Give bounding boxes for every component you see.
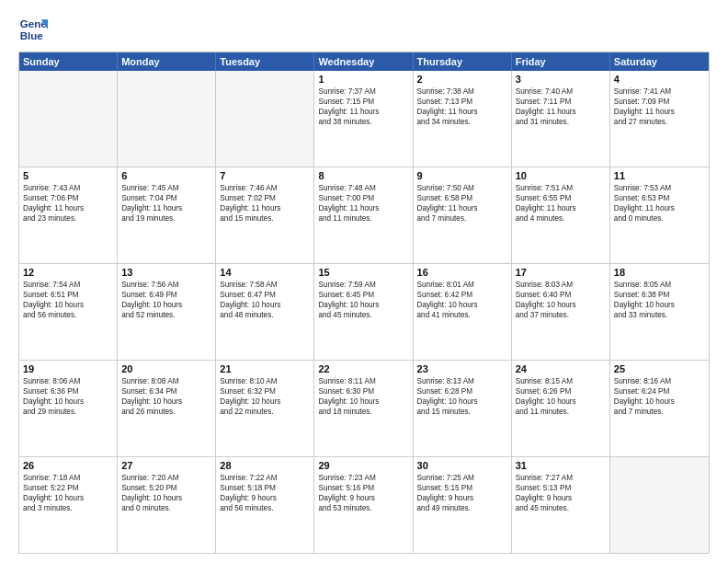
- calendar-row-5: 26Sunrise: 7:18 AMSunset: 5:22 PMDayligh…: [19, 456, 709, 553]
- day-number: 31: [516, 460, 606, 471]
- empty-cell: [216, 71, 314, 167]
- day-number: 17: [516, 267, 606, 278]
- day-info: Sunrise: 8:15 AMSunset: 6:26 PMDaylight:…: [516, 376, 606, 417]
- day-info: Sunrise: 7:50 AMSunset: 6:58 PMDaylight:…: [417, 183, 507, 224]
- day-number: 11: [614, 170, 705, 181]
- day-cell-18: 18Sunrise: 8:05 AMSunset: 6:38 PMDayligh…: [610, 264, 709, 360]
- day-cell-16: 16Sunrise: 8:01 AMSunset: 6:42 PMDayligh…: [414, 264, 512, 360]
- day-cell-10: 10Sunrise: 7:51 AMSunset: 6:55 PMDayligh…: [512, 167, 610, 263]
- calendar-row-1: 1Sunrise: 7:37 AMSunset: 7:15 PMDaylight…: [19, 71, 709, 167]
- day-number: 18: [614, 267, 705, 278]
- day-number: 14: [220, 267, 310, 278]
- logo-icon: General Blue: [18, 15, 48, 44]
- day-number: 6: [121, 170, 211, 181]
- day-cell-23: 23Sunrise: 8:13 AMSunset: 6:28 PMDayligh…: [414, 361, 512, 456]
- empty-cell: [118, 71, 216, 167]
- day-cell-5: 5Sunrise: 7:43 AMSunset: 7:06 PMDaylight…: [19, 167, 118, 263]
- day-number: 8: [318, 170, 408, 181]
- calendar-header: SundayMondayTuesdayWednesdayThursdayFrid…: [19, 52, 709, 71]
- day-info: Sunrise: 7:53 AMSunset: 6:53 PMDaylight:…: [614, 183, 705, 224]
- day-info: Sunrise: 8:01 AMSunset: 6:42 PMDaylight:…: [417, 280, 507, 320]
- logo: General Blue: [18, 15, 48, 44]
- day-info: Sunrise: 7:23 AMSunset: 5:16 PMDaylight:…: [318, 473, 408, 513]
- day-number: 16: [417, 267, 507, 278]
- day-info: Sunrise: 7:38 AMSunset: 7:13 PMDaylight:…: [417, 86, 507, 127]
- day-cell-17: 17Sunrise: 8:03 AMSunset: 6:40 PMDayligh…: [512, 264, 610, 360]
- day-info: Sunrise: 7:43 AMSunset: 7:06 PMDaylight:…: [23, 183, 113, 224]
- day-number: 4: [614, 74, 705, 85]
- calendar-row-3: 12Sunrise: 7:54 AMSunset: 6:51 PMDayligh…: [19, 263, 709, 360]
- day-cell-24: 24Sunrise: 8:15 AMSunset: 6:26 PMDayligh…: [512, 361, 610, 456]
- header-day-sunday: Sunday: [19, 52, 118, 71]
- calendar-row-2: 5Sunrise: 7:43 AMSunset: 7:06 PMDaylight…: [19, 167, 709, 263]
- day-cell-7: 7Sunrise: 7:46 AMSunset: 7:02 PMDaylight…: [216, 167, 314, 263]
- day-number: 26: [23, 460, 113, 471]
- day-number: 9: [417, 170, 507, 181]
- day-number: 12: [23, 267, 113, 278]
- calendar-body: 1Sunrise: 7:37 AMSunset: 7:15 PMDaylight…: [19, 71, 709, 553]
- day-info: Sunrise: 7:20 AMSunset: 5:20 PMDaylight:…: [121, 473, 211, 513]
- day-cell-27: 27Sunrise: 7:20 AMSunset: 5:20 PMDayligh…: [118, 457, 216, 553]
- empty-cell: [610, 457, 709, 553]
- svg-text:Blue: Blue: [20, 30, 44, 41]
- header-day-tuesday: Tuesday: [216, 52, 314, 71]
- day-cell-19: 19Sunrise: 8:06 AMSunset: 6:36 PMDayligh…: [19, 361, 118, 456]
- day-number: 13: [121, 267, 211, 278]
- empty-cell: [19, 71, 118, 167]
- day-cell-21: 21Sunrise: 8:10 AMSunset: 6:32 PMDayligh…: [216, 361, 314, 456]
- header-day-saturday: Saturday: [610, 52, 709, 71]
- day-info: Sunrise: 8:13 AMSunset: 6:28 PMDaylight:…: [417, 376, 507, 417]
- header-day-wednesday: Wednesday: [314, 52, 413, 71]
- day-cell-15: 15Sunrise: 7:59 AMSunset: 6:45 PMDayligh…: [314, 264, 413, 360]
- day-cell-22: 22Sunrise: 8:11 AMSunset: 6:30 PMDayligh…: [314, 361, 413, 456]
- day-number: 29: [318, 460, 408, 471]
- day-number: 15: [318, 267, 408, 278]
- day-cell-26: 26Sunrise: 7:18 AMSunset: 5:22 PMDayligh…: [19, 457, 118, 553]
- day-number: 2: [417, 74, 507, 85]
- day-info: Sunrise: 8:03 AMSunset: 6:40 PMDaylight:…: [516, 280, 606, 320]
- day-number: 20: [121, 363, 211, 374]
- day-cell-2: 2Sunrise: 7:38 AMSunset: 7:13 PMDaylight…: [414, 71, 512, 167]
- day-number: 19: [23, 363, 113, 374]
- day-info: Sunrise: 7:59 AMSunset: 6:45 PMDaylight:…: [318, 280, 408, 320]
- header-day-friday: Friday: [512, 52, 610, 71]
- day-cell-20: 20Sunrise: 8:08 AMSunset: 6:34 PMDayligh…: [118, 361, 216, 456]
- day-cell-9: 9Sunrise: 7:50 AMSunset: 6:58 PMDaylight…: [414, 167, 512, 263]
- day-info: Sunrise: 7:37 AMSunset: 7:15 PMDaylight:…: [318, 86, 408, 127]
- day-cell-6: 6Sunrise: 7:45 AMSunset: 7:04 PMDaylight…: [118, 167, 216, 263]
- day-info: Sunrise: 8:11 AMSunset: 6:30 PMDaylight:…: [318, 376, 408, 417]
- day-cell-28: 28Sunrise: 7:22 AMSunset: 5:18 PMDayligh…: [216, 457, 314, 553]
- day-info: Sunrise: 7:25 AMSunset: 5:15 PMDaylight:…: [417, 473, 507, 513]
- day-cell-25: 25Sunrise: 8:16 AMSunset: 6:24 PMDayligh…: [610, 361, 709, 456]
- day-cell-12: 12Sunrise: 7:54 AMSunset: 6:51 PMDayligh…: [19, 264, 118, 360]
- day-info: Sunrise: 8:05 AMSunset: 6:38 PMDaylight:…: [614, 280, 705, 320]
- day-info: Sunrise: 7:48 AMSunset: 7:00 PMDaylight:…: [318, 183, 408, 224]
- day-info: Sunrise: 7:46 AMSunset: 7:02 PMDaylight:…: [220, 183, 310, 224]
- day-info: Sunrise: 7:41 AMSunset: 7:09 PMDaylight:…: [614, 86, 705, 127]
- day-info: Sunrise: 7:22 AMSunset: 5:18 PMDaylight:…: [220, 473, 310, 513]
- day-number: 23: [417, 363, 507, 374]
- day-info: Sunrise: 7:58 AMSunset: 6:47 PMDaylight:…: [220, 280, 310, 320]
- day-number: 28: [220, 460, 310, 471]
- day-info: Sunrise: 8:08 AMSunset: 6:34 PMDaylight:…: [121, 376, 211, 417]
- day-number: 30: [417, 460, 507, 471]
- day-cell-31: 31Sunrise: 7:27 AMSunset: 5:13 PMDayligh…: [512, 457, 610, 553]
- day-number: 25: [614, 363, 705, 374]
- day-info: Sunrise: 7:27 AMSunset: 5:13 PMDaylight:…: [516, 473, 606, 513]
- day-number: 1: [318, 74, 408, 85]
- day-info: Sunrise: 8:10 AMSunset: 6:32 PMDaylight:…: [220, 376, 310, 417]
- day-number: 7: [220, 170, 310, 181]
- day-number: 27: [121, 460, 211, 471]
- header-day-monday: Monday: [118, 52, 216, 71]
- day-info: Sunrise: 8:16 AMSunset: 6:24 PMDaylight:…: [614, 376, 705, 417]
- day-number: 22: [318, 363, 408, 374]
- day-info: Sunrise: 7:18 AMSunset: 5:22 PMDaylight:…: [23, 473, 113, 513]
- header-day-thursday: Thursday: [414, 52, 512, 71]
- day-cell-8: 8Sunrise: 7:48 AMSunset: 7:00 PMDaylight…: [314, 167, 413, 263]
- day-cell-13: 13Sunrise: 7:56 AMSunset: 6:49 PMDayligh…: [118, 264, 216, 360]
- day-info: Sunrise: 7:40 AMSunset: 7:11 PMDaylight:…: [516, 86, 606, 127]
- day-cell-14: 14Sunrise: 7:58 AMSunset: 6:47 PMDayligh…: [216, 264, 314, 360]
- day-cell-1: 1Sunrise: 7:37 AMSunset: 7:15 PMDaylight…: [314, 71, 413, 167]
- calendar-row-4: 19Sunrise: 8:06 AMSunset: 6:36 PMDayligh…: [19, 360, 709, 456]
- day-info: Sunrise: 7:51 AMSunset: 6:55 PMDaylight:…: [516, 183, 606, 224]
